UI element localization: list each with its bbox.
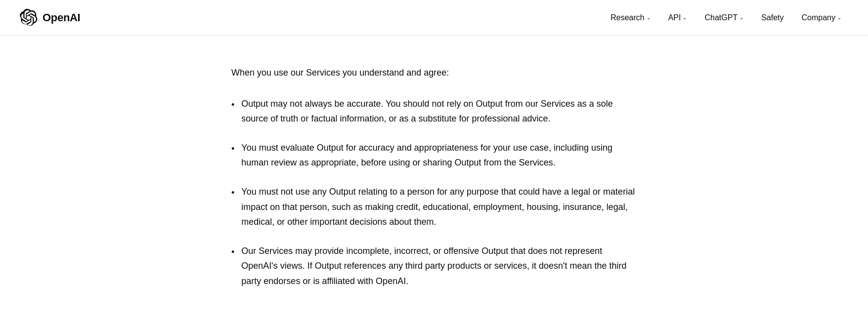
nav-chatgpt-label: ChatGPT <box>704 11 738 24</box>
research-chevron-icon: ⌄ <box>647 14 651 22</box>
list-item-text-2: You must evaluate Output for accuracy an… <box>241 140 637 170</box>
openai-logo-icon <box>20 9 38 27</box>
intro-paragraph: When you use our Services you understand… <box>231 65 637 81</box>
company-chevron-icon: ⌄ <box>837 14 841 22</box>
terms-list: • Output may not always be accurate. You… <box>231 96 637 289</box>
bullet-icon-2: • <box>231 141 234 157</box>
bullet-icon-3: • <box>231 185 234 201</box>
nav-safety[interactable]: Safety <box>754 7 790 28</box>
nav-api[interactable]: API ⌄ <box>661 7 694 28</box>
api-chevron-icon: ⌄ <box>683 14 687 22</box>
nav-company-label: Company <box>802 11 835 24</box>
list-item-text-3: You must not use any Output relating to … <box>241 184 637 230</box>
list-item: • You must evaluate Output for accuracy … <box>231 140 637 170</box>
nav-api-label: API <box>668 11 681 24</box>
logo-text: OpenAI <box>43 9 80 26</box>
list-item: • Output may not always be accurate. You… <box>231 96 637 126</box>
chatgpt-chevron-icon: ⌄ <box>739 14 743 22</box>
list-item: • Our Services may provide incomplete, i… <box>231 244 637 289</box>
list-item-text-1: Output may not always be accurate. You s… <box>241 96 637 126</box>
bullet-icon-1: • <box>231 97 234 113</box>
nav-safety-label: Safety <box>761 11 783 24</box>
nav-research-label: Research <box>610 11 644 24</box>
site-header: OpenAI Research ⌄ API ⌄ ChatGPT ⌄ Safety… <box>0 0 868 36</box>
main-content: When you use our Services you understand… <box>212 36 656 319</box>
list-item: • You must not use any Output relating t… <box>231 184 637 230</box>
nav-chatgpt[interactable]: ChatGPT ⌄ <box>697 7 750 28</box>
nav-company[interactable]: Company ⌄ <box>795 7 848 28</box>
logo-link[interactable]: OpenAI <box>20 9 80 27</box>
bullet-icon-4: • <box>231 245 234 260</box>
nav-research[interactable]: Research ⌄ <box>604 7 657 28</box>
main-nav: Research ⌄ API ⌄ ChatGPT ⌄ Safety Compan… <box>604 7 848 28</box>
list-item-text-4: Our Services may provide incomplete, inc… <box>241 244 637 289</box>
